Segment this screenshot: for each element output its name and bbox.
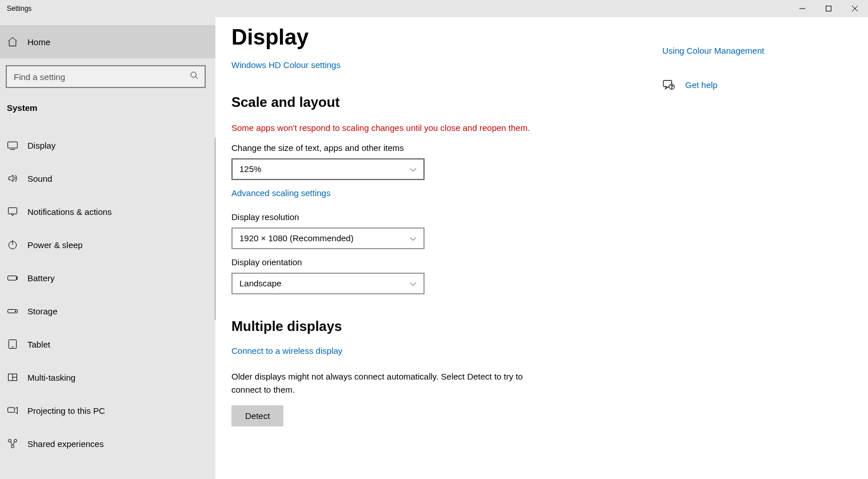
chevron-down-icon: [410, 164, 417, 174]
svg-rect-20: [8, 408, 15, 412]
shared-icon: [7, 438, 25, 449]
sidebar-home-label: Home: [27, 37, 50, 47]
help-row[interactable]: Get help: [662, 78, 805, 91]
sidebar-item-label: Tablet: [27, 340, 50, 349]
svg-rect-1: [826, 6, 831, 11]
minimize-button[interactable]: [789, 0, 815, 17]
svg-rect-12: [17, 277, 18, 279]
close-button[interactable]: [842, 0, 868, 17]
svg-line-24: [11, 442, 13, 445]
side-column: Using Colour Management Get help: [662, 46, 805, 91]
detect-text: Older displays might not always connect …: [231, 370, 540, 397]
sidebar-item-projecting[interactable]: Projecting to this PC: [0, 394, 215, 427]
resolution-dropdown[interactable]: 1920 × 1080 (Recommended): [231, 227, 425, 249]
projecting-icon: [7, 405, 25, 416]
window-title: Settings: [0, 5, 31, 13]
detect-button[interactable]: Detect: [231, 405, 283, 426]
scale-heading: Scale and layout: [231, 94, 643, 110]
sidebar-item-label: Projecting to this PC: [27, 406, 105, 416]
scale-dropdown[interactable]: 125%: [231, 158, 425, 180]
scale-warning: Some apps won't respond to scaling chang…: [231, 122, 551, 135]
search-box[interactable]: [6, 65, 206, 88]
title-bar: Settings: [0, 0, 868, 17]
search-icon: [190, 71, 199, 82]
scale-label: Change the size of text, apps and other …: [231, 143, 643, 153]
sidebar-item-display[interactable]: Display: [0, 129, 215, 162]
storage-icon: [7, 305, 25, 317]
help-icon: [662, 78, 675, 91]
help-link[interactable]: Get help: [685, 80, 718, 90]
svg-point-27: [671, 88, 672, 89]
hd-colour-link[interactable]: Windows HD Colour settings: [231, 60, 341, 70]
advanced-scaling-link[interactable]: Advanced scaling settings: [231, 188, 330, 198]
sidebar-item-shared[interactable]: Shared experiences: [0, 427, 215, 460]
multitasking-icon: [7, 372, 25, 383]
sidebar-item-multitasking[interactable]: Multi-tasking: [0, 361, 215, 394]
search-input[interactable]: [7, 66, 205, 87]
colour-management-link[interactable]: Using Colour Management: [662, 46, 805, 55]
sidebar-nav: Display Sound Notifications & actions Po…: [0, 129, 215, 460]
svg-line-5: [195, 77, 198, 79]
scale-value: 125%: [239, 164, 261, 174]
sidebar: Home System Display Sound: [0, 17, 215, 479]
resolution-label: Display resolution: [231, 212, 643, 222]
orientation-label: Display orientation: [231, 257, 643, 267]
svg-rect-11: [8, 276, 17, 281]
page-title: Display: [231, 25, 643, 50]
sidebar-item-label: Battery: [27, 273, 55, 283]
sidebar-item-label: Power & sleep: [27, 240, 83, 250]
chevron-down-icon: [410, 233, 417, 243]
search-wrap: [0, 59, 215, 94]
sidebar-item-power[interactable]: Power & sleep: [0, 228, 215, 261]
sidebar-item-label: Shared experiences: [27, 439, 103, 449]
minimize-icon: [799, 6, 805, 11]
sidebar-item-storage[interactable]: Storage: [0, 294, 215, 328]
window-controls: [789, 0, 868, 17]
sidebar-item-label: Notifications & actions: [27, 207, 112, 217]
chevron-down-icon: [410, 278, 417, 288]
wireless-display-link[interactable]: Connect to a wireless display: [231, 346, 342, 356]
svg-line-25: [13, 442, 15, 445]
sidebar-item-tablet[interactable]: Tablet: [0, 328, 215, 361]
sidebar-item-label: Display: [27, 141, 55, 150]
sidebar-item-notifications[interactable]: Notifications & actions: [0, 195, 215, 228]
sound-icon: [7, 173, 25, 184]
sidebar-section-header: System: [0, 94, 215, 118]
svg-point-23: [11, 445, 14, 448]
content-column: Display Windows HD Colour settings Scale…: [231, 17, 643, 479]
main-content: Display Windows HD Colour settings Scale…: [215, 17, 868, 479]
multi-heading: Multiple displays: [231, 318, 643, 334]
sidebar-item-battery[interactable]: Battery: [0, 261, 215, 294]
power-icon: [7, 239, 25, 250]
svg-point-14: [15, 311, 16, 312]
svg-rect-6: [8, 142, 18, 148]
notifications-icon: [7, 206, 25, 217]
orientation-value: Landscape: [239, 278, 281, 288]
sidebar-item-label: Multi-tasking: [27, 373, 75, 382]
sidebar-item-sound[interactable]: Sound: [0, 162, 215, 195]
sidebar-home[interactable]: Home: [0, 25, 215, 58]
sidebar-item-label: Sound: [27, 174, 52, 183]
maximize-button[interactable]: [815, 0, 842, 17]
maximize-icon: [826, 6, 831, 11]
svg-rect-8: [9, 207, 17, 214]
svg-point-4: [191, 72, 196, 77]
sidebar-item-label: Storage: [27, 306, 58, 316]
home-icon: [7, 36, 25, 47]
tablet-icon: [7, 338, 25, 350]
display-icon: [7, 139, 25, 151]
orientation-dropdown[interactable]: Landscape: [231, 273, 425, 294]
resolution-value: 1920 × 1080 (Recommended): [239, 233, 354, 243]
battery-icon: [7, 272, 25, 284]
close-icon: [852, 6, 858, 11]
